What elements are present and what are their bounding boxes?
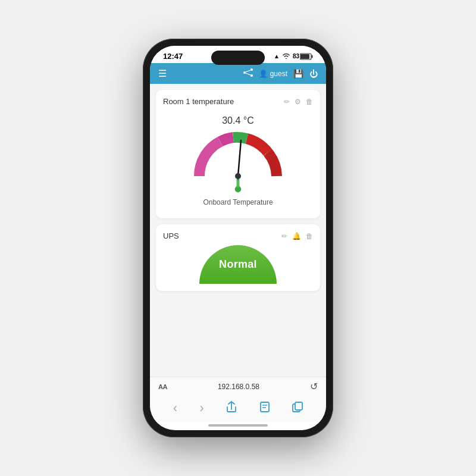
nav-share-icon[interactable]	[226, 401, 237, 416]
nav-back-icon[interactable]: ‹	[173, 400, 177, 416]
browser-url[interactable]: 192.168.0.58	[218, 383, 259, 391]
settings-icon[interactable]: ⚙	[295, 98, 301, 106]
nav-user: 👤 guest	[259, 70, 287, 78]
signal-icon: ▲	[274, 53, 280, 60]
ups-edit-icon[interactable]: ✏	[281, 232, 287, 240]
nav-center: 👤 guest 💾 ⏻	[243, 68, 318, 79]
gauge-label: Onboard Temperature	[203, 198, 273, 206]
temperature-card: Room 1 temperature ✏ ⚙ 🗑 30.4 °C	[156, 90, 320, 218]
gauge-svg	[190, 129, 286, 179]
svg-rect-17	[295, 402, 302, 410]
browser-bar: AA 192.168.0.58 ↺	[150, 377, 326, 396]
delete-icon[interactable]: 🗑	[306, 98, 313, 106]
svg-point-9	[235, 173, 241, 179]
temperature-card-title: Room 1 temperature	[163, 97, 234, 106]
svg-rect-13	[261, 402, 269, 412]
svg-point-4	[250, 68, 253, 71]
browser-refresh-icon[interactable]: ↺	[310, 381, 318, 392]
save-icon[interactable]: 💾	[293, 69, 303, 79]
username-label: guest	[270, 70, 287, 78]
temperature-value: 30.4 °C	[222, 115, 254, 126]
svg-point-5	[250, 74, 253, 77]
svg-line-8	[238, 140, 241, 176]
ups-normal-gauge: Normal	[199, 245, 277, 284]
content-area: Room 1 temperature ✏ ⚙ 🗑 30.4 °C	[150, 84, 326, 377]
nav-bar: ☰ 👤 guest 💾 ⏻	[150, 63, 326, 84]
wifi-icon	[282, 52, 290, 60]
phone-screen: 12:47 ▲ 83 ☰	[150, 46, 326, 430]
share-nav-icon[interactable]	[243, 68, 253, 79]
nav-forward-icon[interactable]: ›	[200, 400, 204, 416]
nav-tabs-icon[interactable]	[292, 402, 303, 415]
user-icon: 👤	[259, 70, 268, 78]
nav-bookmarks-icon[interactable]	[259, 401, 270, 416]
hamburger-menu-icon[interactable]: ☰	[158, 68, 167, 79]
status-time: 12:47	[163, 52, 183, 61]
temperature-card-header: Room 1 temperature ✏ ⚙ 🗑	[163, 97, 313, 106]
browser-aa-label[interactable]: AA	[158, 383, 167, 390]
status-icons: ▲ 83	[274, 52, 313, 60]
ups-card: UPS ✏ 🔔 🗑 Normal	[156, 224, 320, 291]
svg-rect-1	[312, 55, 313, 58]
temperature-card-actions: ✏ ⚙ 🗑	[284, 98, 313, 106]
svg-line-7	[246, 73, 250, 75]
ups-status-label: Normal	[219, 258, 257, 271]
svg-rect-2	[300, 54, 309, 59]
ups-card-actions: ✏ 🔔 🗑	[281, 232, 313, 240]
svg-point-3	[243, 71, 246, 74]
gauge-container: 30.4 °C	[163, 111, 313, 211]
bottom-nav: ‹ ›	[150, 396, 326, 422]
svg-line-6	[246, 70, 250, 72]
battery-icon: 83	[293, 53, 313, 60]
ups-bell-icon[interactable]: 🔔	[292, 232, 301, 240]
dynamic-island	[211, 51, 265, 65]
ups-card-header: UPS ✏ 🔔 🗑	[163, 231, 313, 240]
ups-gauge-wrap: Normal	[163, 245, 313, 284]
svg-rect-12	[237, 180, 239, 187]
ups-card-title: UPS	[163, 231, 179, 240]
home-indicator	[208, 424, 268, 427]
edit-icon[interactable]: ✏	[284, 98, 290, 106]
ups-delete-icon[interactable]: 🗑	[306, 232, 313, 240]
phone-shell: 12:47 ▲ 83 ☰	[143, 39, 333, 437]
logout-icon[interactable]: ⏻	[309, 69, 318, 79]
